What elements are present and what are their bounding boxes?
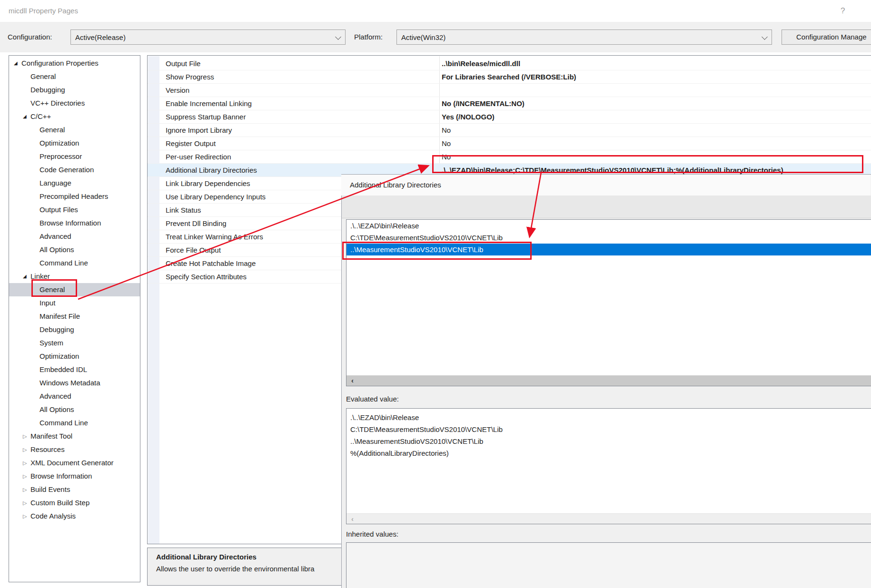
tree-item-browse-information[interactable]: Browse Information bbox=[9, 216, 140, 230]
expand-arrow-icon[interactable]: ▷ bbox=[23, 483, 30, 496]
tree-item-label: All Options bbox=[40, 405, 74, 413]
scroll-left-arrow-icon[interactable]: ‹ bbox=[346, 375, 358, 386]
tree-item-xml-document-generator[interactable]: ▷XML Document Generator bbox=[9, 456, 140, 470]
tree-item-manifest-file[interactable]: Manifest File bbox=[9, 310, 140, 323]
tree-item-system[interactable]: System bbox=[9, 336, 140, 350]
property-value[interactable]: No bbox=[439, 137, 451, 150]
tree-item-debugging[interactable]: Debugging bbox=[9, 323, 140, 336]
tree-item-label: VC++ Directories bbox=[30, 99, 85, 107]
tree-item-code-analysis[interactable]: ▷Code Analysis bbox=[9, 510, 140, 523]
property-label: Suppress Startup Banner bbox=[148, 110, 439, 123]
tree-item-linker[interactable]: ◢Linker bbox=[9, 270, 140, 283]
tree-item-command-line[interactable]: Command Line bbox=[9, 416, 140, 430]
horizontal-scrollbar[interactable]: ‹ bbox=[346, 375, 871, 386]
platform-dropdown[interactable]: Active(Win32) bbox=[396, 29, 772, 45]
tree-item-general[interactable]: General bbox=[9, 123, 140, 137]
tree-item-label: Windows Metadata bbox=[40, 379, 100, 387]
tree-item-browse-information[interactable]: ▷Browse Information bbox=[9, 470, 140, 483]
tree-item-language[interactable]: Language bbox=[9, 176, 140, 190]
expand-arrow-icon[interactable]: ▷ bbox=[23, 510, 30, 523]
platform-label: Platform: bbox=[354, 31, 383, 43]
configuration-manager-button[interactable]: Configuration Manage bbox=[782, 29, 871, 45]
tree-item-input[interactable]: Input bbox=[9, 296, 140, 310]
tree-item-precompiled-headers[interactable]: Precompiled Headers bbox=[9, 190, 140, 203]
tree-item-label: Optimization bbox=[40, 139, 79, 147]
property-value[interactable]: No bbox=[439, 150, 451, 163]
tree-item-optimization[interactable]: Optimization bbox=[9, 350, 140, 363]
property-value[interactable] bbox=[439, 84, 442, 97]
tree-item-all-options[interactable]: All Options bbox=[9, 403, 140, 416]
expand-arrow-icon[interactable]: ▷ bbox=[23, 496, 30, 510]
tree-item-all-options[interactable]: All Options bbox=[9, 243, 140, 256]
tree-item-label: Precompiled Headers bbox=[40, 192, 108, 200]
tree-item-optimization[interactable]: Optimization bbox=[9, 137, 140, 150]
directory-item[interactable]: C:\TDE\MeasurementStudioVS2010\VCNET\Lib bbox=[346, 232, 871, 244]
tree-item-c-c[interactable]: ◢C/C++ bbox=[9, 110, 140, 123]
property-value[interactable]: Yes (/NOLOGO) bbox=[439, 110, 495, 123]
tree-item-label: General bbox=[30, 72, 56, 80]
tree-item-label: Linker bbox=[30, 272, 50, 280]
directory-item[interactable]: ..\MeasurementStudioVS2010\VCNET\Lib bbox=[346, 244, 871, 255]
evaluated-line: ..\MeasurementStudioVS2010\VCNET\Lib bbox=[346, 435, 871, 447]
directory-item[interactable]: .\..\EZAD\bin\Release bbox=[346, 220, 871, 232]
property-row-suppress-startup-banner[interactable]: Suppress Startup BannerYes (/NOLOGO) bbox=[148, 110, 871, 124]
property-label: Ignore Import Library bbox=[148, 124, 439, 137]
popup-title: Additional Library Directories bbox=[350, 175, 441, 196]
tree-item-label: Command Line bbox=[40, 259, 88, 267]
tree-item-embedded-idl[interactable]: Embedded IDL bbox=[9, 363, 140, 376]
directories-list: .\..\EZAD\bin\ReleaseC:\TDE\MeasurementS… bbox=[346, 219, 871, 386]
property-value[interactable]: ..\bin\Release/micdll.dll bbox=[439, 57, 520, 70]
tree-item-code-generation[interactable]: Code Generation bbox=[9, 163, 140, 176]
property-row-per-user-redirection[interactable]: Per-user RedirectionNo bbox=[148, 150, 871, 164]
tree-item-advanced[interactable]: Advanced bbox=[9, 390, 140, 403]
tree-item-windows-metadata[interactable]: Windows Metadata bbox=[9, 376, 140, 390]
tree-item-configuration-properties[interactable]: ◢Configuration Properties bbox=[9, 57, 140, 70]
tree-item-label: Advanced bbox=[40, 232, 71, 240]
toolbar: Configuration: Active(Release) Platform:… bbox=[0, 22, 871, 52]
expand-arrow-icon[interactable]: ▷ bbox=[23, 470, 30, 483]
collapse-arrow-icon[interactable]: ◢ bbox=[23, 110, 30, 123]
tree-item-label: Manifest Tool bbox=[30, 432, 72, 440]
tree-item-general[interactable]: General bbox=[9, 70, 140, 83]
expand-arrow-icon[interactable]: ▷ bbox=[23, 456, 30, 470]
property-value[interactable]: No bbox=[439, 124, 451, 137]
tree-item-output-files[interactable]: Output Files bbox=[9, 203, 140, 216]
tree-item-preprocessor[interactable]: Preprocessor bbox=[9, 150, 140, 163]
tree-item-advanced[interactable]: Advanced bbox=[9, 230, 140, 243]
title-bar: micdll Property Pages ? bbox=[0, 0, 871, 22]
collapse-arrow-icon[interactable]: ◢ bbox=[23, 270, 30, 283]
property-row-enable-incremental-linking[interactable]: Enable Incremental LinkingNo (/INCREMENT… bbox=[148, 97, 871, 110]
property-label: Register Output bbox=[148, 137, 439, 150]
tree-item-custom-build-step[interactable]: ▷Custom Build Step bbox=[9, 496, 140, 510]
collapse-arrow-icon[interactable]: ◢ bbox=[14, 57, 21, 70]
tree-item-resources[interactable]: ▷Resources bbox=[9, 443, 140, 456]
tree-item-label: All Options bbox=[40, 245, 74, 254]
property-row-show-progress[interactable]: Show ProgressFor Libraries Searched (/VE… bbox=[148, 70, 871, 84]
tree-item-label: C/C++ bbox=[30, 112, 51, 120]
property-row-version[interactable]: Version bbox=[148, 84, 871, 97]
property-row-output-file[interactable]: Output File..\bin\Release/micdll.dll bbox=[148, 57, 871, 70]
property-value[interactable]: No (/INCREMENTAL:NO) bbox=[439, 97, 525, 110]
tree-item-label: Language bbox=[40, 179, 71, 187]
configuration-dropdown[interactable]: Active(Release) bbox=[70, 29, 346, 45]
help-icon[interactable]: ? bbox=[841, 0, 845, 22]
tree-item-vc-directories[interactable]: VC++ Directories bbox=[9, 97, 140, 110]
tree-item-label: General bbox=[40, 126, 65, 134]
property-row-ignore-import-library[interactable]: Ignore Import LibraryNo bbox=[148, 124, 871, 137]
evaluated-line: .\..\EZAD\bin\Release bbox=[346, 412, 871, 423]
property-row-register-output[interactable]: Register OutputNo bbox=[148, 137, 871, 150]
tree-item-label: Build Events bbox=[30, 485, 70, 493]
horizontal-scrollbar[interactable]: ‹ bbox=[346, 513, 871, 524]
scroll-left-arrow-icon[interactable]: ‹ bbox=[346, 514, 358, 524]
tree-item-label: Advanced bbox=[40, 392, 71, 400]
tree-item-build-events[interactable]: ▷Build Events bbox=[9, 483, 140, 496]
tree-item-manifest-tool[interactable]: ▷Manifest Tool bbox=[9, 430, 140, 443]
tree-item-command-line[interactable]: Command Line bbox=[9, 256, 140, 270]
tree-item-label: Input bbox=[40, 299, 55, 307]
tree-item-general[interactable]: General bbox=[9, 283, 140, 296]
expand-arrow-icon[interactable]: ▷ bbox=[23, 443, 30, 456]
expand-arrow-icon[interactable]: ▷ bbox=[23, 430, 30, 443]
property-value[interactable]: For Libraries Searched (/VERBOSE:Lib) bbox=[439, 70, 576, 83]
tree-item-label: General bbox=[40, 285, 65, 294]
tree-item-debugging[interactable]: Debugging bbox=[9, 83, 140, 97]
